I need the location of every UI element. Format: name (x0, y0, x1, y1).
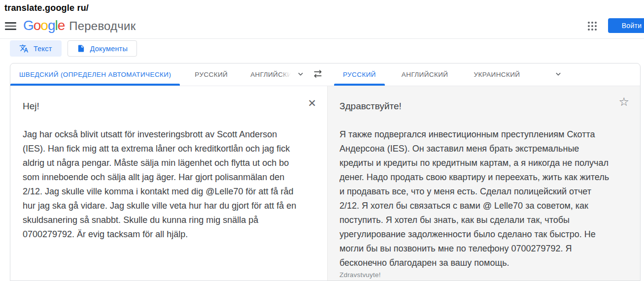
translate-icon (19, 44, 29, 53)
target-lang-tab-ukrainian[interactable]: УКРАИНСКИЙ (465, 63, 529, 86)
app-header: Google Переводчик Войти (0, 17, 644, 37)
tab-text-label: Текст (34, 45, 52, 53)
header-divider (0, 38, 644, 39)
chevron-down-icon (553, 69, 563, 81)
transliteration-text: Zdravstvuyte! (339, 271, 381, 279)
tab-documents-label: Документы (90, 45, 128, 53)
save-translation-button[interactable]: ☆ (618, 96, 629, 108)
chevron-down-icon (296, 69, 305, 81)
app-title: Переводчик (69, 19, 136, 33)
source-body-text: Jag har också blivit utsatt för invester… (23, 127, 300, 242)
document-icon (77, 44, 85, 53)
language-bar: ШВЕДСКИЙ (ОПРЕДЕЛЕН АВТОМАТИЧЕСКИ) РУССК… (10, 63, 640, 86)
target-body-text: Я также подвергался инвестиционным прест… (339, 127, 612, 270)
clear-source-button[interactable]: ✕ (307, 98, 316, 108)
source-lang-tab-swedish[interactable]: ШВЕДСКИЙ (ОПРЕДЕЛЕН АВТОМАТИЧЕСКИ) (10, 63, 180, 86)
swap-arrows-icon (312, 68, 323, 81)
tab-text[interactable]: Текст (10, 40, 62, 57)
menu-icon[interactable] (5, 22, 16, 30)
google-translate-logo[interactable]: Google Переводчик (23, 18, 136, 33)
mode-tabs: Текст Документы (10, 40, 137, 57)
source-lang-tab-english[interactable]: АНГЛИЙСКИЙ (241, 63, 293, 86)
swap-languages-button[interactable] (309, 63, 327, 86)
star-icon: ☆ (618, 95, 629, 108)
translation-panes: Hej! Jag har också blivit utsatt för inv… (10, 86, 640, 281)
target-lang-tab-russian[interactable]: РУССКИЙ (334, 63, 385, 86)
tab-documents[interactable]: Документы (68, 40, 137, 57)
target-lang-tab-english[interactable]: АНГЛИЙСКИЙ (393, 63, 457, 86)
translation-result-area: Здравствуйте! Я также подвергался инвест… (327, 86, 640, 281)
google-apps-icon[interactable] (587, 21, 597, 31)
google-logo: Google (23, 18, 65, 33)
close-icon: ✕ (307, 97, 316, 109)
source-language-tabs: ШВЕДСКИЙ (ОПРЕДЕЛЕН АВТОМАТИЧЕСКИ) РУССК… (10, 63, 327, 86)
translate-card: ШВЕДСКИЙ (ОПРЕДЕЛЕН АВТОМАТИЧЕСКИ) РУССК… (10, 63, 641, 281)
target-language-dropdown[interactable] (548, 63, 568, 86)
sign-in-button[interactable]: Войти (608, 18, 644, 33)
source-text-area[interactable]: Hej! Jag har också blivit utsatt för inv… (10, 86, 327, 281)
browser-url-text: translate.google ru/ (4, 3, 89, 13)
target-language-tabs: РУССКИЙ АНГЛИЙСКИЙ УКРАИНСКИЙ (327, 63, 640, 86)
source-greeting-text: Hej! (23, 99, 300, 113)
source-language-dropdown[interactable] (293, 63, 308, 86)
source-lang-tab-russian[interactable]: РУССКИЙ (186, 63, 237, 86)
target-greeting-text: Здравствуйте! (339, 99, 612, 113)
